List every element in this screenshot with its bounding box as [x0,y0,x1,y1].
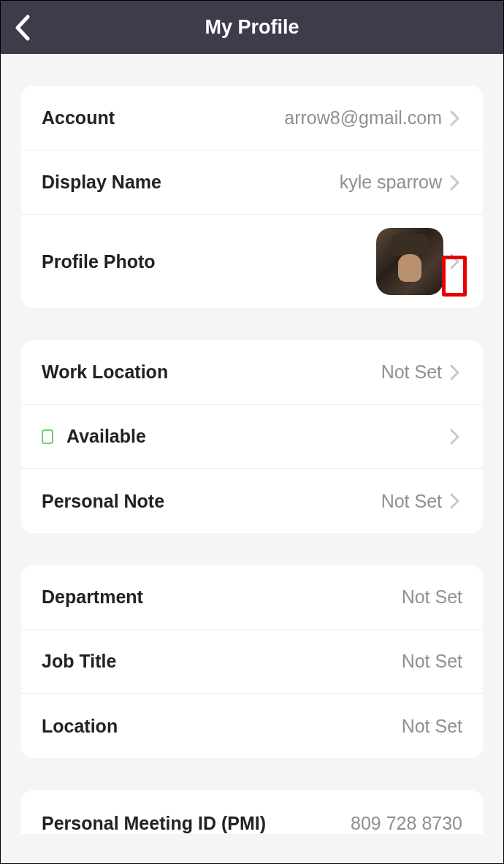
label-location: Location [42,716,118,737]
content-area: Account arrow8@gmail.com Display Name ky… [1,54,503,834]
avatar [376,228,443,295]
section-status: Work Location Not Set Available Personal… [21,340,483,533]
label-profile-photo: Profile Photo [42,251,156,272]
value-location: Not Set [118,716,462,737]
label-work-location: Work Location [42,362,168,383]
value-display-name: kyle sparrow [161,172,448,193]
value-work-location: Not Set [168,362,448,383]
label-presence: Available [66,426,146,447]
label-job-title: Job Title [42,651,116,672]
row-job-title[interactable]: Job Title Not Set [21,630,483,694]
row-pmi[interactable]: Personal Meeting ID (PMI) 809 728 8730 [21,790,483,834]
chevron-right-icon [448,254,462,269]
value-pmi: 809 728 8730 [266,813,462,834]
value-personal-note: Not Set [164,491,448,512]
chevron-right-icon [448,175,462,190]
row-account[interactable]: Account arrow8@gmail.com [21,86,483,150]
section-work-info: Department Not Set Job Title Not Set Loc… [21,565,483,758]
value-department: Not Set [143,586,462,608]
back-button[interactable] [8,13,37,42]
value-job-title: Not Set [116,651,462,672]
header: My Profile [1,1,503,54]
row-location[interactable]: Location Not Set [21,694,483,758]
back-chevron-icon [15,15,31,41]
label-pmi: Personal Meeting ID (PMI) [42,813,266,834]
label-account: Account [42,107,115,129]
page-title: My Profile [1,16,503,39]
row-profile-photo[interactable]: Profile Photo [21,215,483,308]
row-personal-note[interactable]: Personal Note Not Set [21,469,483,533]
label-department: Department [42,586,143,608]
chevron-right-icon [448,494,462,508]
row-presence-status[interactable]: Available [21,405,483,469]
chevron-right-icon [448,111,462,126]
section-meeting: Personal Meeting ID (PMI) 809 728 8730 [21,790,483,834]
label-display-name: Display Name [42,172,161,193]
label-personal-note: Personal Note [42,491,164,512]
row-department[interactable]: Department Not Set [21,565,483,630]
row-display-name[interactable]: Display Name kyle sparrow [21,150,483,215]
available-status-icon [42,429,53,444]
chevron-right-icon [448,365,462,380]
row-work-location[interactable]: Work Location Not Set [21,340,483,405]
value-account: arrow8@gmail.com [115,107,448,129]
section-account: Account arrow8@gmail.com Display Name ky… [21,86,483,308]
chevron-right-icon [448,429,462,444]
